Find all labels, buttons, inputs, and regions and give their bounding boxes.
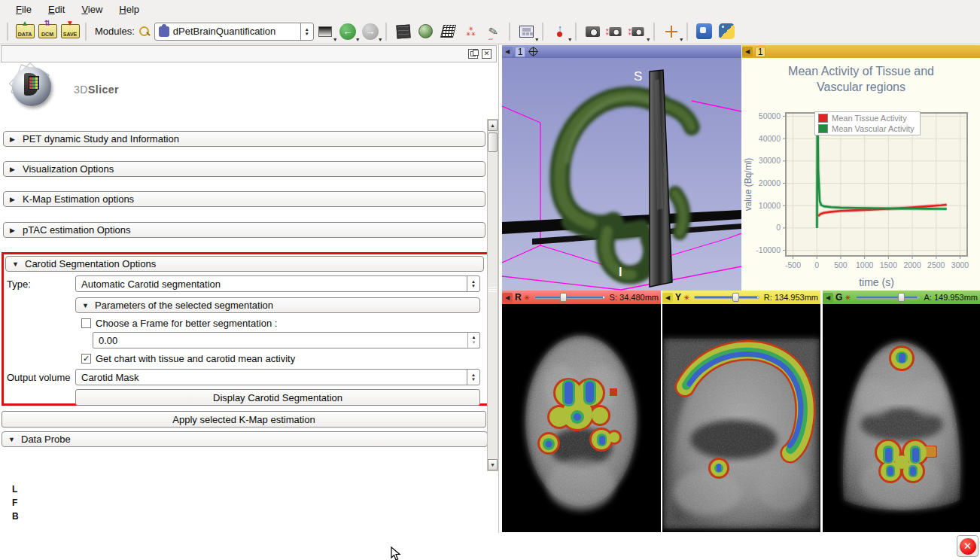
view-pin-button[interactable]: ◀ bbox=[823, 293, 833, 303]
dropdown-arrow-icon: ▼ bbox=[646, 37, 651, 42]
save-button[interactable]: ▼ SAVE bbox=[59, 21, 81, 42]
chevron-down-icon: ▼ bbox=[12, 260, 19, 268]
section-kmap-estimation[interactable]: ▶ K-Map Estimation options bbox=[3, 191, 485, 207]
scroll-up-button[interactable]: ▲ bbox=[488, 120, 498, 131]
svg-text:3000: 3000 bbox=[951, 260, 969, 269]
slider-fill bbox=[535, 297, 603, 298]
combo-spinner-icon[interactable]: ▲▼ bbox=[467, 276, 479, 291]
chevron-right-icon: ▶ bbox=[10, 196, 17, 203]
view-crosshair-icon[interactable] bbox=[529, 47, 537, 56]
display-carotid-segmentation-button[interactable]: Display Carotid Segmentation bbox=[75, 389, 480, 406]
activity-chart-plot[interactable]: -500050010001500200025003000-10000010000… bbox=[742, 58, 980, 291]
section-label: Data Probe bbox=[21, 434, 71, 445]
green-slice-slider[interactable] bbox=[856, 293, 920, 302]
section-data-probe[interactable]: ▼ Data Probe bbox=[2, 431, 488, 447]
section-label: PET dynamic Study and Information bbox=[23, 133, 179, 145]
combo-spinner-icon[interactable]: ▲▼ bbox=[300, 23, 313, 40]
view-pin-button[interactable]: ◀ bbox=[502, 47, 513, 56]
module-back-button[interactable]: ←▼ bbox=[337, 21, 358, 42]
forward-arrow-icon: → bbox=[362, 23, 379, 40]
slice-star-icon[interactable]: ✳ bbox=[683, 294, 689, 302]
panel-title-bar: ✕ bbox=[1, 45, 497, 62]
module-forward-button[interactable]: →▼ bbox=[360, 21, 381, 42]
toolbar-separator bbox=[653, 23, 656, 41]
models-module-button[interactable] bbox=[415, 21, 437, 42]
slice-visibility-icon: ↑ bbox=[557, 26, 562, 37]
panel-float-button[interactable] bbox=[468, 49, 478, 59]
red-slice-slider[interactable] bbox=[534, 293, 605, 302]
scrollbar-thumb[interactable] bbox=[488, 132, 498, 152]
view-pin-button[interactable]: ◀ bbox=[502, 293, 513, 303]
menu-view[interactable]: View bbox=[73, 2, 111, 17]
data-icon-label: DATA bbox=[18, 32, 32, 38]
sagittal-slice-viewport[interactable] bbox=[662, 304, 820, 532]
extensions-button[interactable] bbox=[694, 21, 715, 42]
module-puzzle-icon bbox=[159, 26, 169, 37]
chart-view-id: 1 bbox=[755, 47, 765, 57]
section-label: pTAC estimation Options bbox=[23, 224, 131, 236]
output-volume-combobox[interactable]: Carotid Mask ▲▼ bbox=[75, 369, 480, 385]
view-pin-button[interactable]: ◀ bbox=[662, 293, 673, 303]
panel-close-button[interactable]: ✕ bbox=[482, 49, 492, 59]
scene-view-menu-button[interactable]: ✳✳ ▼ bbox=[628, 21, 649, 42]
segmentation-type-combobox[interactable]: Automatic Carotid segmentation ▲▼ bbox=[75, 275, 480, 292]
module-selector-combobox[interactable]: dPetBrainQuantification ▲▼ bbox=[154, 23, 314, 41]
data-probe-line-b: B bbox=[12, 511, 19, 522]
spinbox-arrows-icon[interactable]: ▲▼ bbox=[467, 333, 479, 348]
menu-help[interactable]: Help bbox=[111, 2, 148, 17]
type-label: Type: bbox=[7, 278, 31, 290]
python-icon bbox=[719, 23, 735, 39]
toolbar-separator bbox=[575, 23, 578, 41]
dropdown-arrow-icon: ▼ bbox=[679, 37, 684, 42]
section-carotid-segmentation[interactable]: ▼ Carotid Segmentation Options bbox=[5, 256, 484, 272]
fiducial-stars-icon: ✳✳✳ bbox=[466, 26, 476, 37]
module-panel: ✕ 3DSlicer ▶ PET dynamic Study and Infor… bbox=[0, 44, 499, 533]
slider-handle[interactable] bbox=[898, 293, 905, 302]
crosshair-button[interactable]: ▼ bbox=[661, 21, 682, 42]
module-search-icon[interactable] bbox=[139, 26, 150, 37]
svg-text:0: 0 bbox=[776, 223, 781, 232]
apply-kmap-estimation-button[interactable]: Apply selected K-Map estimation bbox=[2, 411, 486, 428]
slice-offset-value: A: 149.953mm bbox=[924, 293, 978, 302]
scene-view-button[interactable]: ✳✳ bbox=[605, 21, 626, 42]
menu-file[interactable]: File bbox=[8, 2, 40, 17]
close-application-button[interactable]: ✕ bbox=[957, 535, 978, 557]
layout-selector-button[interactable]: ▼ bbox=[516, 21, 537, 42]
frame-spinbox[interactable]: 0.00 ▲▼ bbox=[93, 332, 480, 348]
legend-row-vascular: Mean Vascular Activity bbox=[818, 124, 915, 133]
editor-module-button[interactable]: ✎ bbox=[483, 21, 504, 42]
section-ptac-estimation[interactable]: ▶ pTAC estimation Options bbox=[3, 222, 485, 238]
fiducials-module-button[interactable]: ✳✳✳ bbox=[461, 21, 482, 42]
menu-edit[interactable]: Edit bbox=[40, 2, 73, 17]
screenshot-button[interactable] bbox=[583, 21, 604, 42]
splitter-grip[interactable] bbox=[488, 279, 497, 299]
section-visualization-options[interactable]: ▶ Visualization Options bbox=[3, 161, 485, 177]
svg-text:20000: 20000 bbox=[759, 178, 781, 187]
threed-viewport[interactable]: S I bbox=[502, 58, 741, 291]
python-console-button[interactable] bbox=[717, 21, 738, 42]
choose-frame-checkbox[interactable] bbox=[81, 318, 91, 328]
slider-handle[interactable] bbox=[560, 293, 567, 302]
slider-handle[interactable] bbox=[732, 293, 739, 302]
slice-star-icon[interactable]: ✳ bbox=[524, 294, 530, 302]
slice-star-icon[interactable]: ✳ bbox=[845, 294, 851, 302]
scroll-down-button[interactable]: ▼ bbox=[488, 459, 498, 470]
threed-view-bar: ◀ 1 bbox=[502, 45, 741, 58]
coronal-slice-viewport[interactable] bbox=[823, 304, 980, 532]
transforms-module-button[interactable] bbox=[438, 21, 459, 42]
volume-module-button[interactable] bbox=[393, 21, 414, 42]
module-history-button[interactable]: ▼ bbox=[315, 21, 336, 42]
yellow-slice-slider[interactable] bbox=[694, 293, 759, 302]
output-volume-value: Carotid Mask bbox=[81, 372, 139, 383]
dropdown-arrow-icon: ▼ bbox=[378, 37, 383, 42]
load-data-button[interactable]: ▲ DATA bbox=[14, 21, 35, 42]
view-pin-button[interactable]: ◀ bbox=[742, 47, 753, 56]
axial-slice-viewport[interactable] bbox=[502, 304, 661, 532]
section-parameters-of-segmentation[interactable]: ▼ Parameters of the selected segmentatio… bbox=[75, 297, 480, 313]
dicom-button[interactable]: ⇅ DCM bbox=[37, 21, 58, 42]
get-chart-checkbox[interactable]: ✓ bbox=[81, 354, 91, 364]
slice-visibility-button[interactable]: ↑ ▼ bbox=[549, 21, 571, 42]
svg-text:40000: 40000 bbox=[759, 134, 781, 143]
section-pet-dynamic-study[interactable]: ▶ PET dynamic Study and Information bbox=[3, 131, 485, 147]
combo-spinner-icon[interactable]: ▲▼ bbox=[467, 370, 479, 385]
